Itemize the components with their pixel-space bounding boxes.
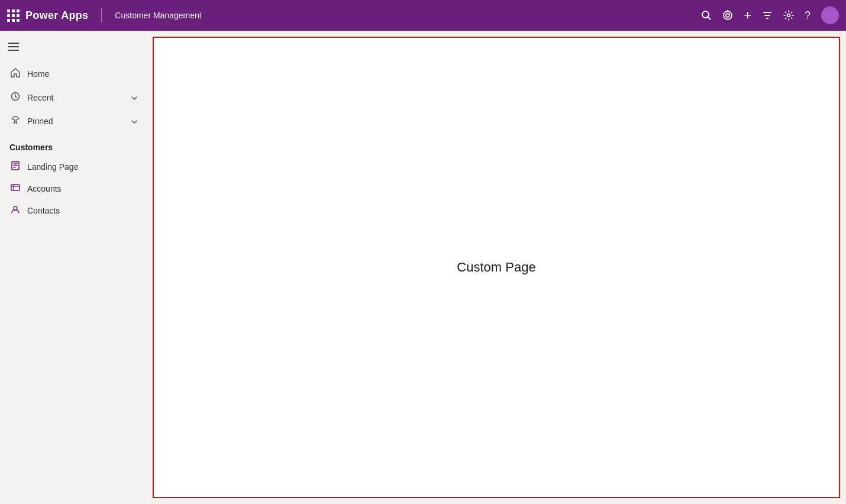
sidebar-item-landing-page[interactable]: Landing Page [0,156,147,177]
contacts-label: Contacts [27,206,60,215]
filter-icon[interactable] [762,10,773,21]
hamburger-menu[interactable] [0,35,147,62]
svg-rect-14 [12,161,19,163]
topbar-divider [101,8,102,22]
app-title: Customer Management [115,11,201,20]
add-icon[interactable]: + [744,8,751,23]
recent-icon [9,92,21,104]
home-icon [9,68,21,80]
svg-line-1 [708,17,711,20]
sidebar-item-home[interactable]: Home [0,62,147,86]
sidebar: Home Recent Pinn [0,31,147,504]
svg-rect-15 [11,185,20,190]
home-label: Home [27,69,137,79]
svg-point-3 [726,14,729,17]
svg-point-8 [787,14,790,17]
pinned-chevron-icon [131,117,137,125]
accounts-label: Accounts [27,184,62,193]
pinned-label: Pinned [27,117,125,126]
app-name: Power Apps [25,9,88,22]
custom-page-label: Custom Page [457,260,535,275]
sidebar-item-contacts[interactable]: Contacts [0,199,147,221]
accounts-icon [9,183,21,194]
sidebar-item-recent[interactable]: Recent [0,86,147,109]
content-area: Custom Page [147,31,846,504]
main-layout: Home Recent Pinn [0,31,846,504]
customers-section-header: Customers [0,133,147,156]
sidebar-item-pinned[interactable]: Pinned [0,109,147,133]
sidebar-item-accounts[interactable]: Accounts [0,177,147,199]
search-icon[interactable] [701,10,712,21]
landing-page-icon [9,161,21,172]
topbar-left: Power Apps Customer Management [7,8,701,22]
content-frame: Custom Page [153,37,840,498]
topbar: Power Apps Customer Management + [0,0,846,31]
waffle-icon[interactable] [7,9,20,22]
recent-label: Recent [27,93,125,102]
pinned-icon [9,115,21,127]
svg-point-2 [724,11,732,20]
avatar[interactable] [821,7,839,24]
settings-icon[interactable] [783,10,794,21]
svg-point-18 [14,206,17,210]
topbar-right: + ? [701,7,839,24]
contacts-icon [9,205,21,216]
landing-page-label: Landing Page [27,162,78,172]
help-icon[interactable]: ? [805,9,811,22]
target-icon[interactable] [722,10,733,21]
recent-chevron-icon [131,93,137,102]
